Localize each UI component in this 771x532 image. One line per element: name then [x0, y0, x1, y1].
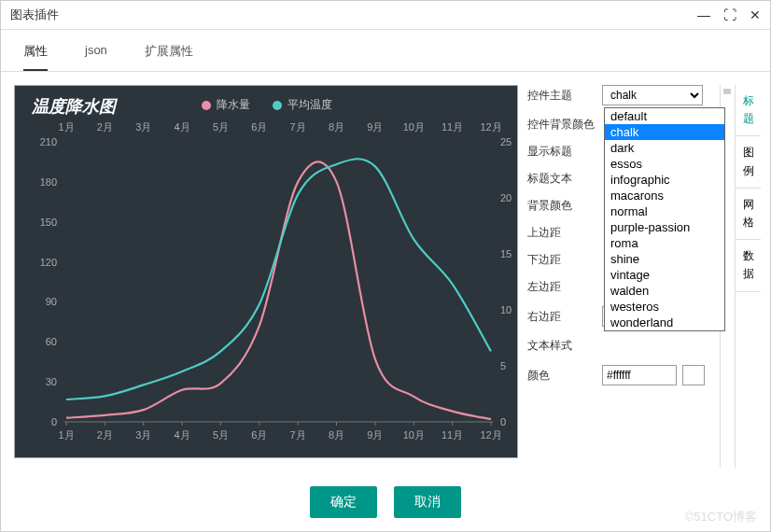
- svg-text:8月: 8月: [329, 121, 344, 133]
- svg-text:5: 5: [500, 360, 506, 371]
- dropdown-item[interactable]: dark: [605, 140, 724, 156]
- svg-text:6月: 6月: [251, 121, 267, 133]
- prop-label-text-style: 文本样式: [527, 338, 602, 354]
- dropdown-item[interactable]: westeros: [605, 299, 724, 315]
- svg-text:3月: 3月: [135, 121, 151, 133]
- svg-text:3月: 3月: [135, 429, 151, 441]
- prop-label-bg: 背景颜色: [527, 198, 602, 214]
- svg-text:9月: 9月: [367, 121, 383, 133]
- svg-text:5月: 5月: [213, 121, 229, 133]
- dropdown-item[interactable]: essos: [605, 156, 724, 172]
- minimize-icon[interactable]: —: [697, 7, 710, 22]
- side-tab-legend[interactable]: 图例: [736, 136, 761, 188]
- svg-text:12月: 12月: [480, 429, 501, 441]
- svg-text:10月: 10月: [403, 121, 425, 133]
- dropdown-item[interactable]: vintage: [605, 267, 724, 283]
- svg-text:0: 0: [51, 416, 57, 427]
- prop-label-left: 左边距: [527, 279, 602, 295]
- ok-button[interactable]: 确定: [310, 486, 377, 518]
- tab-properties[interactable]: 属性: [23, 43, 48, 71]
- close-icon[interactable]: ✕: [750, 7, 761, 22]
- dropdown-item[interactable]: infographic: [605, 172, 724, 188]
- svg-text:0: 0: [500, 416, 506, 427]
- prop-label-title-text: 标题文本: [527, 171, 602, 187]
- svg-text:20: 20: [500, 192, 512, 203]
- dropdown-item[interactable]: walden: [605, 283, 724, 299]
- side-tabs: 标题 图例 网格 数据: [735, 85, 761, 468]
- svg-text:7月: 7月: [290, 429, 306, 441]
- side-tab-grid[interactable]: 网格: [736, 189, 761, 240]
- svg-text:25: 25: [500, 136, 512, 147]
- svg-text:6月: 6月: [251, 429, 267, 441]
- footer: 确定 取消 ©51CTO博客: [1, 475, 770, 531]
- svg-text:10: 10: [500, 304, 512, 315]
- dialog-window: 图表插件 — ⛶ ✕ 属性 json 扩展属性 温度降水图 降水量 平均温度: [0, 0, 771, 532]
- dropdown-item[interactable]: default: [605, 108, 724, 124]
- svg-text:1月: 1月: [58, 429, 74, 441]
- tab-extended[interactable]: 扩展属性: [145, 43, 193, 71]
- svg-text:30: 30: [46, 376, 57, 387]
- dropdown-item[interactable]: normal: [605, 203, 724, 219]
- svg-text:2月: 2月: [97, 121, 113, 133]
- svg-text:180: 180: [40, 176, 57, 188]
- top-tabs: 属性 json 扩展属性: [1, 30, 770, 72]
- prop-label-bottom: 下边距: [527, 252, 602, 268]
- tab-json[interactable]: json: [85, 43, 107, 71]
- prop-label-color: 颜色: [527, 368, 602, 384]
- svg-text:8月: 8月: [329, 429, 344, 441]
- svg-text:2月: 2月: [97, 429, 113, 441]
- chart-svg: 1月2月3月4月5月6月7月8月9月10月11月12月1月2月3月4月5月6月7…: [15, 86, 519, 459]
- dropdown-item[interactable]: wonderland: [605, 315, 724, 330]
- titlebar: 图表插件 — ⛶ ✕: [1, 1, 770, 30]
- dropdown-item[interactable]: purple-passion: [605, 219, 724, 235]
- svg-text:11月: 11月: [442, 429, 463, 441]
- prop-label-top: 上边距: [527, 225, 602, 241]
- prop-label-show-title: 显示标题: [527, 144, 602, 160]
- svg-text:1月: 1月: [58, 121, 74, 133]
- svg-text:150: 150: [40, 217, 57, 228]
- svg-text:9月: 9月: [367, 429, 383, 441]
- prop-label-theme: 控件主题: [527, 88, 602, 104]
- color-swatch[interactable]: [682, 365, 705, 385]
- color-input[interactable]: [602, 365, 677, 385]
- dropdown-item[interactable]: shine: [605, 251, 724, 267]
- svg-text:120: 120: [40, 257, 57, 268]
- dropdown-item[interactable]: roma: [605, 235, 724, 251]
- theme-select[interactable]: chalk: [602, 85, 703, 105]
- content-area: 温度降水图 降水量 平均温度 1月2月3月4月5月6月7月8月9月10月11月1…: [1, 72, 770, 475]
- chart-series-line: [66, 159, 491, 399]
- maximize-icon[interactable]: ⛶: [723, 7, 736, 22]
- svg-text:11月: 11月: [442, 121, 463, 133]
- dropdown-item[interactable]: macarons: [605, 188, 724, 203]
- watermark: ©51CTO博客: [685, 509, 757, 525]
- svg-text:7月: 7月: [290, 121, 306, 133]
- theme-dropdown-list: defaultchalkdarkessosinfographicmacarons…: [604, 107, 725, 331]
- svg-text:10月: 10月: [403, 429, 425, 441]
- svg-text:90: 90: [46, 296, 57, 307]
- dropdown-item[interactable]: chalk: [605, 124, 724, 140]
- properties-form: 控件主题 chalk 控件背景颜色 显示标题 标题文本 背景颜色: [527, 85, 720, 468]
- prop-label-right: 右边距: [527, 309, 602, 325]
- svg-text:60: 60: [46, 336, 57, 347]
- side-tab-data[interactable]: 数据: [736, 240, 761, 291]
- prop-label-bg-control: 控件背景颜色: [527, 117, 602, 133]
- cancel-button[interactable]: 取消: [394, 486, 461, 518]
- svg-text:4月: 4月: [175, 121, 190, 133]
- svg-text:12月: 12月: [480, 121, 501, 133]
- chart-preview: 温度降水图 降水量 平均温度 1月2月3月4月5月6月7月8月9月10月11月1…: [14, 85, 518, 458]
- properties-panel: 控件主题 chalk 控件背景颜色 显示标题 标题文本 背景颜色: [527, 85, 761, 468]
- side-tab-title[interactable]: 标题: [736, 85, 761, 136]
- window-controls: — ⛶ ✕: [697, 7, 761, 22]
- window-title: 图表插件: [10, 7, 697, 23]
- chart-series-line: [66, 161, 491, 419]
- svg-text:5月: 5月: [213, 429, 229, 441]
- svg-text:210: 210: [40, 136, 57, 147]
- svg-text:15: 15: [500, 248, 512, 259]
- svg-text:4月: 4月: [175, 429, 190, 441]
